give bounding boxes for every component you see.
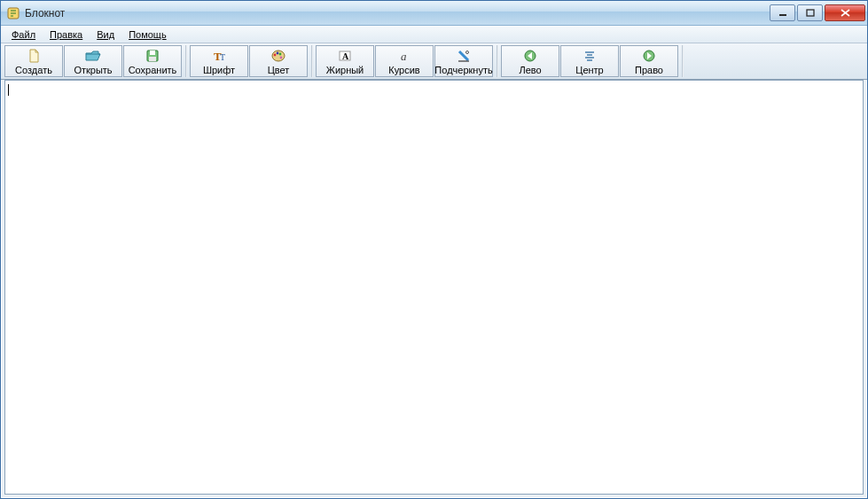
svg-point-10 bbox=[277, 51, 279, 54]
text-editor[interactable] bbox=[5, 81, 863, 494]
save-disk-icon bbox=[145, 48, 160, 64]
new-button[interactable]: Создать bbox=[4, 45, 63, 77]
menu-help[interactable]: Помощь bbox=[121, 26, 174, 43]
svg-rect-1 bbox=[779, 14, 786, 16]
underline-button[interactable]: Подчеркнуть bbox=[434, 45, 493, 77]
toolbar-group-file: Создать Открыть Сохранить bbox=[4, 45, 183, 77]
svg-text:a: a bbox=[401, 50, 407, 63]
color-palette-icon bbox=[270, 48, 286, 64]
open-button[interactable]: Открыть bbox=[64, 45, 122, 77]
app-icon bbox=[6, 6, 20, 20]
align-right-button[interactable]: Право bbox=[620, 45, 678, 77]
underline-icon bbox=[456, 48, 472, 64]
svg-rect-4 bbox=[150, 51, 155, 55]
new-file-icon bbox=[27, 48, 41, 64]
svg-point-16 bbox=[466, 51, 469, 53]
align-right-icon bbox=[642, 48, 656, 64]
svg-point-9 bbox=[274, 53, 277, 56]
svg-point-12 bbox=[280, 56, 283, 58]
window-title: Блокнот bbox=[25, 7, 770, 19]
italic-icon: a bbox=[396, 48, 412, 64]
bold-button[interactable]: A Жирный bbox=[316, 45, 374, 77]
toolbar-separator bbox=[311, 45, 313, 77]
align-left-button[interactable]: Лево bbox=[501, 45, 559, 77]
toolbar-group-align: Лево Центр Право bbox=[501, 45, 679, 77]
window-controls bbox=[770, 4, 865, 21]
svg-text:T: T bbox=[220, 52, 225, 62]
align-left-icon bbox=[523, 48, 537, 64]
align-center-icon bbox=[583, 48, 597, 64]
bold-icon: A bbox=[337, 48, 353, 64]
toolbar: Создать Открыть Сохранить TT bbox=[1, 43, 867, 80]
align-center-button[interactable]: Центр bbox=[560, 45, 619, 77]
svg-rect-5 bbox=[149, 57, 156, 61]
menubar: Файл Правка Вид Помощь bbox=[1, 26, 867, 43]
editor-area bbox=[4, 80, 864, 495]
save-button[interactable]: Сохранить bbox=[123, 45, 182, 77]
menu-edit[interactable]: Правка bbox=[43, 26, 90, 43]
maximize-button[interactable] bbox=[797, 4, 823, 21]
svg-point-11 bbox=[279, 52, 282, 55]
menu-view[interactable]: Вид bbox=[90, 26, 121, 43]
toolbar-separator bbox=[682, 45, 684, 77]
italic-button[interactable]: a Курсив bbox=[375, 45, 434, 77]
menu-file[interactable]: Файл bbox=[4, 26, 43, 43]
minimize-button[interactable] bbox=[770, 4, 795, 21]
font-button[interactable]: TT Шрифт bbox=[190, 45, 248, 77]
toolbar-group-font: TT Шрифт Цвет bbox=[190, 45, 309, 77]
toolbar-separator bbox=[185, 45, 187, 77]
font-icon: TT bbox=[211, 48, 227, 64]
app-window: Блокнот Файл Правка Вид Помощь Создат bbox=[0, 0, 868, 499]
text-caret bbox=[8, 84, 9, 96]
color-button[interactable]: Цвет bbox=[249, 45, 308, 77]
open-folder-icon bbox=[85, 48, 101, 64]
toolbar-separator bbox=[497, 45, 498, 77]
titlebar: Блокнот bbox=[1, 1, 867, 26]
svg-text:A: A bbox=[342, 51, 349, 61]
close-button[interactable] bbox=[825, 4, 865, 21]
svg-rect-2 bbox=[807, 10, 814, 16]
toolbar-group-style: A Жирный a Курсив Подчеркнуть bbox=[316, 45, 494, 77]
